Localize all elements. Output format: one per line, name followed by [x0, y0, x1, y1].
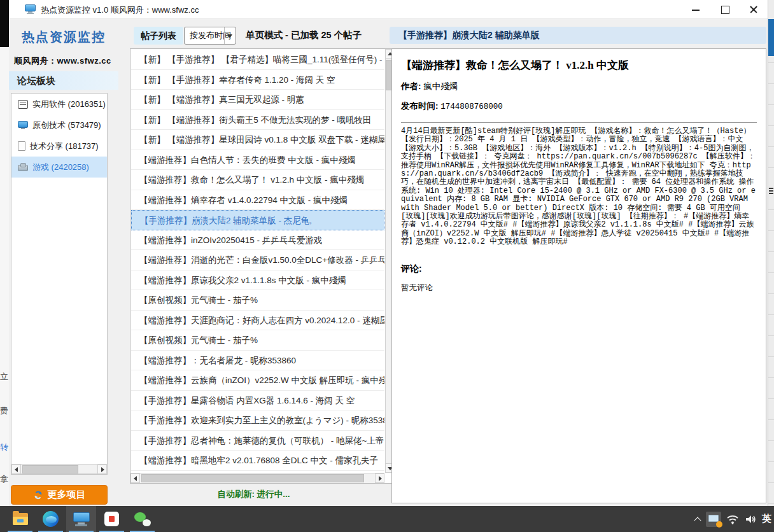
post-list-item[interactable]: 【原创视频】元气骑士 - 茄子%: [131, 330, 384, 351]
taskbar: 英: [0, 506, 774, 532]
monitor2-icon: [18, 121, 28, 128]
publish-time-label: 发布时间:: [401, 101, 439, 111]
post-list-item[interactable]: 【新】 【端游推荐】真三国无双起源 - 明蕙: [131, 90, 384, 110]
post-list-panel: 帖子列表 按发布时间 单页模式 - 已加载 25 个帖子 【新】 【手游推荐】 …: [121, 20, 395, 506]
post-title: 【端游推荐】云族裔（inZOI）v2252.W 中文版 解压即玩 - 瘋中殘燭: [139, 375, 384, 385]
post-rows: 【新】 【手游推荐】 【君子精选】喵将三國_1.11(强登任何号) - 君•子 …: [131, 50, 384, 472]
background-window-left-sliver: 立 费 转 拿: [0, 0, 9, 506]
post-list-box: 【新】 【手游推荐】 【君子精选】喵将三國_1.11(强登任何号) - 君•子 …: [130, 48, 395, 484]
app-title: 热点资源监控: [9, 29, 118, 46]
board-label: 游戏 (2420258): [32, 162, 89, 173]
detail-panel: 【手游推荐】崩溃大陆2 辅助菜单版 【端游推荐】救命！怎么又塌了！ v1.2.h…: [390, 20, 768, 506]
comments-label: 评论:: [401, 263, 757, 275]
post-list-item[interactable]: 【端游推荐】暗黑地牢2 v2.01.76808 全DLC 中文 - 儒家孔夫子: [131, 451, 384, 471]
taskbar-file-explorer-button[interactable]: [5, 506, 35, 532]
post-list-item[interactable]: 【手游推荐】星露谷物语 内置XG器 1.6.14.6 - 海阔 天 空: [131, 391, 384, 411]
sort-dropdown[interactable]: 按发布时间: [184, 27, 236, 45]
post-list-item[interactable]: 【端游推荐】熵幸存者 v1.4.0.22794 中文版 - 瘋中殘燭: [131, 190, 384, 211]
forum-section-header: 论坛板块: [9, 71, 118, 90]
wifi-icon[interactable]: [726, 513, 739, 526]
detail-header-bar: 【手游推荐】崩溃大陆2 辅助菜单版: [390, 27, 766, 44]
post-title: 【新】 【手游推荐】 【君子精选】喵将三國_1.11(强登任何号) - 君•子: [139, 55, 384, 64]
taskbar-app-button-active[interactable]: [66, 506, 96, 532]
volume-icon[interactable]: [744, 513, 757, 526]
system-tray: 英: [694, 506, 773, 532]
maximize-button[interactable]: [714, 0, 736, 19]
chevron-up-icon[interactable]: [694, 516, 701, 522]
post-title: 【手游推荐】欢迎来到实力至上主义的教室(ようマジ) - 昵称353860: [139, 416, 384, 425]
board-label: 原创技术 (573479): [32, 120, 101, 131]
refresh-icon: [33, 490, 43, 500]
background-window-right-sliver: [768, 0, 774, 506]
ime-indicator[interactable]: 英: [762, 513, 773, 525]
background-dark-block: [0, 0, 9, 47]
file-explorer-icon: [13, 513, 28, 525]
post-title: 【手游推荐】星露谷物语 内置XG器 1.6.14.6 - 海阔 天 空: [139, 396, 355, 405]
post-title: 【新】 【手游推荐】幸存者传奇 1.1.20 - 海阔 天 空: [139, 75, 335, 85]
sidebar-board-item[interactable]: 游戏 (2420258): [11, 157, 107, 178]
minimize-button[interactable]: [685, 0, 707, 19]
more-projects-button[interactable]: 更多项目: [11, 485, 108, 505]
post-list-item[interactable]: 【端游推荐】消逝的光芒：白金版v1.50.0全DLC+修改器 - 乒乒乓乓爱: [131, 250, 384, 270]
divider: [401, 122, 757, 123]
scroll-right-button[interactable]: [97, 465, 107, 474]
scroll-right-button[interactable]: [375, 473, 384, 483]
board-list: 实用软件 (2016351) 原创技术 (573479) 技术分享 (18173…: [11, 93, 108, 475]
clipped-background-text: 费: [0, 405, 9, 417]
author-value: 瘋中殘燭: [423, 81, 458, 91]
board-label: 技术分享 (181737): [30, 141, 99, 152]
post-list-item[interactable]: 【新】 【端游推荐】街头霸王5 不做无法实现的梦 - 哦吼牧田: [131, 110, 384, 130]
taskbar-wechat-button[interactable]: [127, 506, 157, 532]
scroll-thumb[interactable]: [141, 474, 364, 482]
sidebar-board-item[interactable]: 原创技术 (573479): [11, 115, 107, 136]
publish-time-value: 1744808768000: [440, 102, 503, 111]
post-list-item[interactable]: 【新】 【端游推荐】星球田园诗 v0.1.8 中文版 双盘下载 - 迷糊屋: [131, 130, 384, 150]
taskbar-red-app-button[interactable]: [97, 506, 127, 532]
post-list-item[interactable]: 【手游推荐】忍者神龟：施莱德的复仇（可联机） - 吔屎佬~上帝: [131, 431, 384, 451]
post-title: 【端游推荐】消逝的光芒：白金版v1.50.0全DLC+修改器 - 乒乒乓乓爱: [139, 255, 384, 265]
sidebar-board-item[interactable]: 实用软件 (2016351): [11, 94, 107, 115]
post-title: 【手游推荐】忍者神龟：施莱德的复仇（可联机） - 吔屎佬~上帝: [139, 436, 384, 445]
chevron-down-icon[interactable]: [224, 27, 236, 44]
post-title: 【端游推荐】原谅我父亲2 v1.1.1.8s 中文版 - 瘋中殘燭: [139, 276, 346, 285]
app-notification-icon[interactable]: [706, 512, 721, 527]
post-list-chip: 帖子列表: [134, 27, 183, 45]
post-list-item[interactable]: 【端游推荐】：无名者屠龙 - 昵称353860: [131, 351, 384, 371]
red-square-app-icon: [104, 512, 119, 526]
scroll-left-button[interactable]: [130, 473, 140, 483]
author-line: 作者: 瘋中殘燭: [401, 81, 757, 92]
post-list-item[interactable]: 【端游推荐】白色情人节：丢失的班费 中文版 - 瘋中殘燭: [131, 150, 384, 171]
post-list-item[interactable]: 【原创视频】元气骑士 - 茄子%: [131, 290, 384, 311]
post-list-item[interactable]: 【新】 【手游推荐】幸存者传奇 1.1.20 - 海阔 天 空: [131, 70, 384, 90]
titlebar: 热点资源监控 v1.0 顺风网舟：www.sfwz.cc: [9, 0, 768, 19]
post-title: 【新】 【端游推荐】星球田园诗 v0.1.8 中文版 双盘下载 - 迷糊屋: [139, 135, 384, 144]
taskbar-edge-button[interactable]: [36, 506, 66, 532]
post-title: 【新】 【端游推荐】街头霸王5 不做无法实现的梦 - 哦吼牧田: [139, 115, 372, 125]
clipped-background-text: 立: [0, 371, 9, 382]
gamepad-icon: [18, 165, 28, 171]
post-list-item[interactable]: 【端游推荐】原谅我父亲2 v1.1.1.8s 中文版 - 瘋中殘燭: [131, 270, 384, 291]
notification-dot: [716, 521, 722, 528]
close-button[interactable]: [743, 0, 764, 19]
comments-empty-text: 暂无评论: [401, 283, 757, 293]
post-list-item[interactable]: 【端游推荐】inZOIv20250415 - 乒乒乓乓爱游戏: [131, 230, 384, 251]
scroll-thumb[interactable]: [22, 465, 78, 473]
sidebar-board-item[interactable]: 技术分享 (181737): [11, 136, 107, 157]
auto-refresh-status: 自动刷新: 进行中...: [121, 489, 386, 500]
post-list-hscrollbar[interactable]: [130, 473, 384, 483]
post-title: 【端游推荐】：无名者屠龙 - 昵称353860: [139, 356, 296, 365]
post-title: 【新】 【端游推荐】真三国无双起源 - 明蕙: [139, 95, 304, 104]
post-list-item[interactable]: 【端游推荐】云族裔（inZOI）v2252.W 中文版 解压即玩 - 瘋中殘燭: [131, 370, 384, 391]
wechat-icon: [134, 512, 151, 526]
post-title: 【端游推荐】救命！怎么又塌了！ v1.2.h 中文版 - 瘋中殘燭: [139, 175, 364, 185]
post-list-item[interactable]: 【端游推荐】救命！怎么又塌了！ v1.2.h 中文版 - 瘋中殘燭: [131, 170, 384, 190]
post-list-item[interactable]: 【端游推荐】天涯跑商记：好商人志在四方 v0.2024.12.0 - 迷糊屋: [131, 311, 384, 331]
board-list-hscrollbar[interactable]: [11, 464, 107, 474]
scroll-left-button[interactable]: [11, 465, 21, 474]
author-label: 作者:: [401, 81, 421, 91]
post-list-item[interactable]: 【手游推荐】欢迎来到实力至上主义的教室(ようマジ) - 昵称353860: [131, 410, 384, 431]
site-label: 顺风网舟：www.sfwz.cc: [14, 55, 111, 67]
listdoc-icon: [18, 100, 28, 109]
post-list-item[interactable]: 【手游推荐】崩溃大陆2 辅助菜单版 - 杰尼龟,: [131, 210, 384, 230]
post-list-item[interactable]: 【新】 【手游推荐】 【君子精选】喵将三國_1.11(强登任何号) - 君•子: [131, 50, 384, 70]
